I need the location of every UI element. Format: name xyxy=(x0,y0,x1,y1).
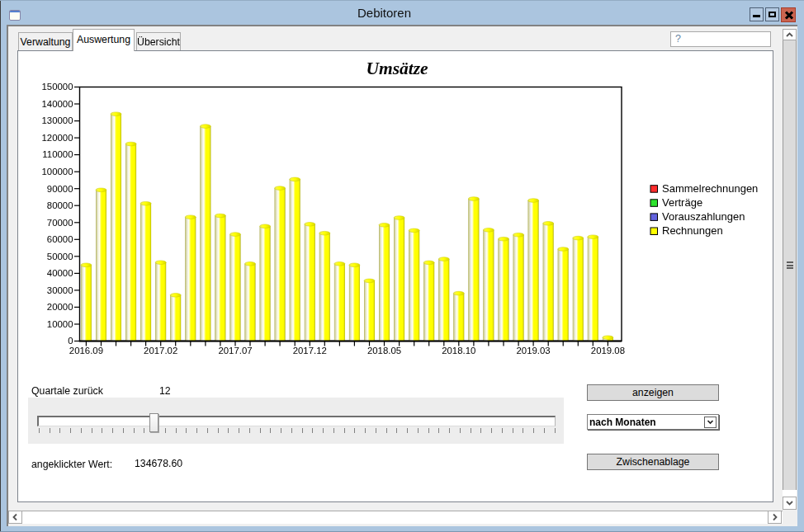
svg-text:0: 0 xyxy=(68,336,73,346)
svg-text:Umsätze: Umsätze xyxy=(366,59,428,78)
svg-text:2016.09: 2016.09 xyxy=(69,346,103,355)
svg-text:20000: 20000 xyxy=(47,302,73,312)
svg-text:150000: 150000 xyxy=(41,82,73,92)
svg-text:Vorauszahlungen: Vorauszahlungen xyxy=(662,210,745,223)
svg-text:120000: 120000 xyxy=(41,133,73,143)
svg-text:60000: 60000 xyxy=(47,234,73,244)
svg-text:2017.07: 2017.07 xyxy=(218,346,252,355)
svg-text:40000: 40000 xyxy=(47,268,73,278)
svg-text:70000: 70000 xyxy=(47,218,73,228)
svg-text:140000: 140000 xyxy=(41,99,73,109)
svg-text:100000: 100000 xyxy=(41,167,73,177)
svg-text:Sammelrechnungen: Sammelrechnungen xyxy=(662,182,758,195)
svg-text:30000: 30000 xyxy=(47,285,73,295)
svg-text:2019.03: 2019.03 xyxy=(517,346,551,355)
svg-text:2017.02: 2017.02 xyxy=(144,346,177,355)
svg-text:10000: 10000 xyxy=(47,319,73,329)
svg-text:50000: 50000 xyxy=(47,252,73,261)
svg-text:110000: 110000 xyxy=(42,149,73,159)
svg-text:2018.05: 2018.05 xyxy=(367,346,401,355)
svg-text:130000: 130000 xyxy=(41,115,73,125)
svg-text:Rechnungen: Rechnungen xyxy=(662,224,723,237)
svg-text:2019.08: 2019.08 xyxy=(591,346,625,355)
svg-text:90000: 90000 xyxy=(47,184,73,194)
svg-text:2018.10: 2018.10 xyxy=(442,346,475,355)
svg-text:2017.12: 2017.12 xyxy=(293,346,327,355)
svg-text:80000: 80000 xyxy=(47,200,73,210)
svg-text:Verträge: Verträge xyxy=(662,196,702,209)
